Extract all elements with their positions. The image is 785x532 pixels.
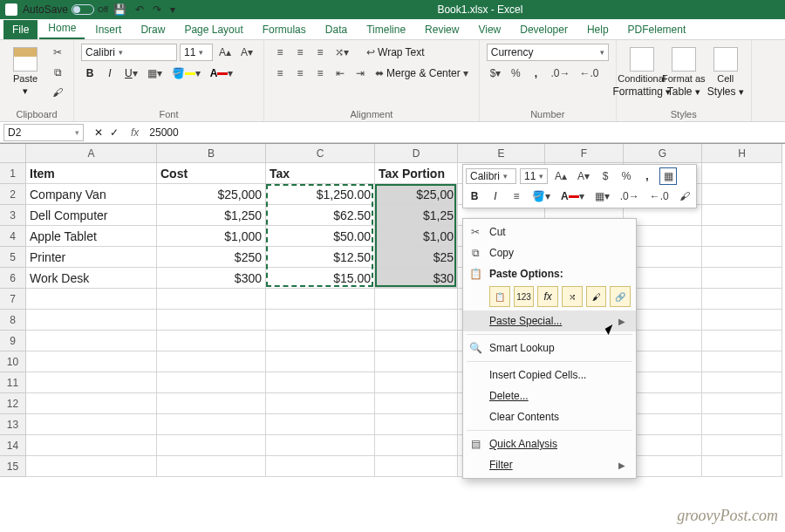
cell-H7[interactable] bbox=[702, 289, 782, 310]
cell-A3[interactable]: Dell Computer bbox=[26, 205, 157, 226]
redo-icon[interactable]: ↷ bbox=[153, 3, 161, 16]
mini-comma-icon[interactable]: , bbox=[638, 167, 656, 185]
mini-percent-icon[interactable]: % bbox=[618, 167, 635, 185]
increase-indent-icon[interactable]: ⇥ bbox=[352, 65, 369, 82]
cell-A6[interactable]: Work Desk bbox=[26, 268, 157, 289]
align-right-icon[interactable]: ≡ bbox=[311, 65, 329, 82]
select-all-corner[interactable] bbox=[0, 144, 26, 163]
cell-C1[interactable]: Tax bbox=[266, 163, 375, 184]
underline-button[interactable]: U▾ bbox=[121, 65, 141, 82]
cell-B5[interactable]: $250 bbox=[157, 247, 266, 268]
cell-H9[interactable] bbox=[702, 331, 782, 351]
wrap-text-button[interactable]: ↩ Wrap Text bbox=[363, 44, 428, 61]
tab-formulas[interactable]: Formulas bbox=[254, 20, 315, 39]
cell-D13[interactable] bbox=[375, 414, 458, 435]
mini-currency-icon[interactable]: $ bbox=[597, 167, 614, 185]
cell-B2[interactable]: $25,000 bbox=[157, 184, 266, 205]
cell-A7[interactable] bbox=[26, 289, 157, 310]
format-painter-icon[interactable]: 🖌 bbox=[49, 84, 66, 101]
tab-file[interactable]: File bbox=[3, 20, 38, 39]
tab-developer[interactable]: Developer bbox=[511, 20, 577, 39]
cell-B14[interactable] bbox=[157, 435, 266, 456]
cell-D5[interactable]: $25 bbox=[375, 247, 458, 268]
decrease-decimal-icon[interactable]: ←.0 bbox=[576, 65, 602, 82]
paste-link-icon[interactable]: 🔗 bbox=[610, 286, 631, 307]
cut-icon[interactable]: ✂ bbox=[49, 44, 66, 61]
tab-insert[interactable]: Insert bbox=[86, 20, 130, 39]
cell-C10[interactable] bbox=[266, 351, 375, 372]
tab-pdfelement[interactable]: PDFelement bbox=[619, 20, 695, 39]
mini-bold-button[interactable]: B bbox=[466, 188, 483, 205]
cell-A2[interactable]: Company Van bbox=[26, 184, 157, 205]
cell-B8[interactable] bbox=[157, 310, 266, 331]
cell-D1[interactable]: Tax Portion bbox=[375, 163, 458, 184]
col-header-D[interactable]: D bbox=[375, 144, 458, 163]
cell-C7[interactable] bbox=[266, 289, 375, 310]
cell-A8[interactable] bbox=[26, 310, 157, 331]
cell-H10[interactable] bbox=[702, 351, 782, 372]
row-header[interactable]: 8 bbox=[0, 310, 26, 331]
tab-data[interactable]: Data bbox=[317, 20, 356, 39]
row-header[interactable]: 12 bbox=[0, 393, 26, 414]
mini-increase-font-icon[interactable]: A▴ bbox=[551, 167, 570, 185]
cell-styles-button[interactable]: CellStyles ▾ bbox=[707, 44, 744, 101]
currency-icon[interactable]: $▾ bbox=[487, 65, 505, 82]
decrease-indent-icon[interactable]: ⇤ bbox=[331, 65, 349, 82]
tab-draw[interactable]: Draw bbox=[132, 20, 174, 39]
cancel-formula-icon[interactable]: ✕ bbox=[94, 126, 103, 139]
row-header[interactable]: 9 bbox=[0, 331, 26, 351]
cell-H15[interactable] bbox=[702, 456, 782, 477]
cell-C6[interactable]: $15.00 bbox=[266, 268, 375, 289]
cell-B7[interactable] bbox=[157, 289, 266, 310]
col-header-E[interactable]: E bbox=[458, 144, 545, 163]
autosave-toggle[interactable]: AutoSave Off bbox=[23, 3, 108, 16]
cell-B3[interactable]: $1,250 bbox=[157, 205, 266, 226]
col-header-H[interactable]: H bbox=[702, 144, 782, 163]
cell-B9[interactable] bbox=[157, 331, 266, 351]
cell-H4[interactable] bbox=[702, 226, 782, 247]
cell-H5[interactable] bbox=[702, 247, 782, 268]
font-color-button[interactable]: A▾ bbox=[207, 65, 237, 82]
merge-center-button[interactable]: ⬌ Merge & Center ▾ bbox=[372, 65, 472, 82]
cell-C3[interactable]: $62.50 bbox=[266, 205, 375, 226]
paste-transpose-icon[interactable]: ⤭ bbox=[562, 286, 583, 307]
font-size-combo[interactable]: 11▾ bbox=[180, 44, 213, 61]
cell-A13[interactable] bbox=[26, 414, 157, 435]
align-middle-icon[interactable]: ≡ bbox=[291, 44, 309, 61]
mini-font-combo[interactable]: Calibri▾ bbox=[466, 168, 516, 184]
row-header[interactable]: 15 bbox=[0, 456, 26, 477]
bold-button[interactable]: B bbox=[81, 65, 99, 82]
cell-H14[interactable] bbox=[702, 435, 782, 456]
cell-A11[interactable] bbox=[26, 372, 157, 393]
col-header-C[interactable]: C bbox=[266, 144, 375, 163]
cell-D12[interactable] bbox=[375, 393, 458, 414]
cell-D6[interactable]: $30 bbox=[375, 268, 458, 289]
cell-B1[interactable]: Cost bbox=[157, 163, 266, 184]
cell-A1[interactable]: Item bbox=[26, 163, 157, 184]
mini-inc-decimal-icon[interactable]: .0→ bbox=[617, 188, 643, 205]
cell-D2[interactable]: $25,00 bbox=[375, 184, 458, 205]
paste-all-icon[interactable]: 📋 bbox=[489, 286, 510, 307]
align-left-icon[interactable]: ≡ bbox=[271, 65, 289, 82]
mini-italic-button[interactable]: I bbox=[487, 188, 504, 205]
cell-B13[interactable] bbox=[157, 414, 266, 435]
ctx-paste-special[interactable]: Paste Special...▶ bbox=[463, 310, 636, 331]
increase-font-icon[interactable]: A▴ bbox=[215, 44, 235, 61]
cell-C8[interactable] bbox=[266, 310, 375, 331]
comma-icon[interactable]: , bbox=[527, 65, 544, 82]
cell-C5[interactable]: $12.50 bbox=[266, 247, 375, 268]
save-icon[interactable]: 💾 bbox=[113, 3, 126, 16]
cell-D3[interactable]: $1,25 bbox=[375, 205, 458, 226]
cell-C12[interactable] bbox=[266, 393, 375, 414]
tab-view[interactable]: View bbox=[469, 20, 509, 39]
mini-font-color-button[interactable]: A▾ bbox=[557, 188, 588, 205]
cell-H1[interactable] bbox=[702, 163, 782, 184]
col-header-G[interactable]: G bbox=[624, 144, 702, 163]
decrease-font-icon[interactable]: A▾ bbox=[237, 44, 256, 61]
align-center-icon[interactable]: ≡ bbox=[291, 65, 309, 82]
cell-D4[interactable]: $1,00 bbox=[375, 226, 458, 247]
tab-page-layout[interactable]: Page Layout bbox=[175, 20, 251, 39]
align-top-icon[interactable]: ≡ bbox=[271, 44, 289, 61]
cell-B4[interactable]: $1,000 bbox=[157, 226, 266, 247]
paste-formatting-icon[interactable]: 🖌 bbox=[586, 286, 607, 307]
